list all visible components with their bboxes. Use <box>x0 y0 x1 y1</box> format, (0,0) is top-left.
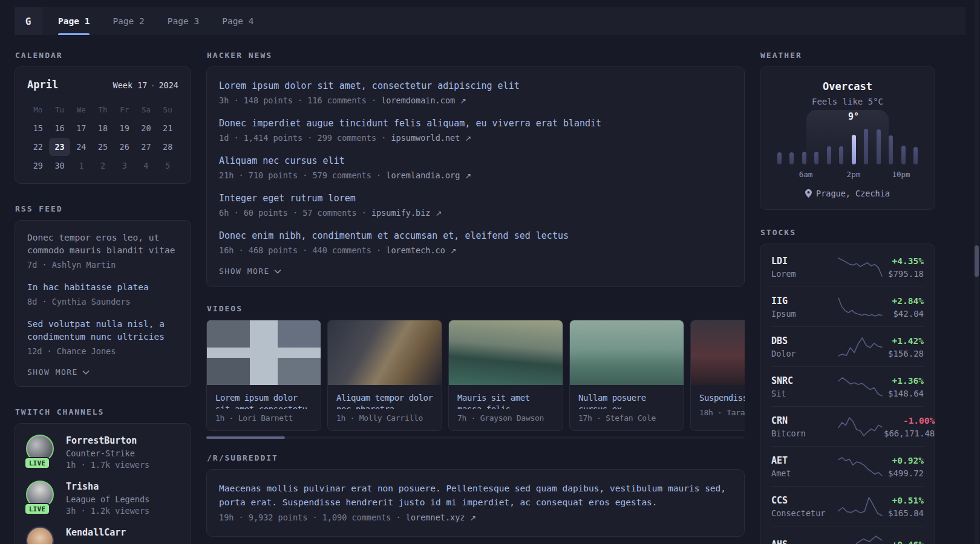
video-card[interactable]: Suspendisse diam 18h · Tara <box>690 320 745 431</box>
twitch-channel-name[interactable]: KendallCarr <box>66 526 126 539</box>
calendar-day-next-month: 2 <box>92 157 114 175</box>
stock-change: +2.84% <box>884 295 924 308</box>
stock-values: +0.46% <box>884 539 924 544</box>
external-link-icon: ↗ <box>470 513 476 522</box>
subreddit-section-title: /R/SUBREDDIT <box>207 453 745 462</box>
subreddit-post-domain[interactable]: loremnet.xyz <box>406 513 465 522</box>
stock-id: LDI Lorem <box>771 255 837 279</box>
stock-change: -1.00% <box>884 415 935 427</box>
stock-row[interactable]: CRN Bitcorn -1.00% $66,171.48 <box>771 406 924 446</box>
video-meta: 18h · Tara <box>691 404 745 425</box>
video-thumbnail[interactable] <box>328 320 442 385</box>
stock-name: Consectetur <box>771 508 837 518</box>
stock-sparkline <box>837 456 884 478</box>
rss-item-title[interactable]: Sed volutpat nulla nisl, a condimentum n… <box>27 318 178 343</box>
stock-id: IIG Ipsum <box>771 295 837 319</box>
video-title[interactable]: Lorem ipsum dolor sit amet consectetu… <box>207 385 321 409</box>
video-card[interactable]: Nullam posuere cursus ex 17h · Stefan Co… <box>569 320 684 431</box>
weather-bar <box>889 135 893 164</box>
rss-show-more-button[interactable]: SHOW MORE <box>27 368 178 377</box>
rss-section-title: RSS FEED <box>15 204 191 213</box>
stock-name: Dolor <box>771 349 837 358</box>
weather-bar <box>839 146 843 164</box>
video-card[interactable]: Lorem ipsum dolor sit amet consectetu… 1… <box>206 320 321 431</box>
chevron-down-icon <box>82 370 90 375</box>
hackernews-item: Donec imperdiet augue tincidunt felis al… <box>219 117 732 144</box>
calendar-day: 25 <box>92 138 114 156</box>
videos-scrollbar-thumb[interactable] <box>206 436 285 439</box>
stock-row[interactable]: SNRC Sit +1.36% $148.64 <box>771 366 924 406</box>
rss-item-title[interactable]: In hac habitasse platea <box>27 281 178 294</box>
weather-bar <box>802 152 806 164</box>
weather-bar <box>789 152 794 164</box>
app-logo[interactable]: G <box>15 7 42 35</box>
hackernews-show-more-button[interactable]: SHOW MORE <box>219 267 732 276</box>
twitch-channel-name[interactable]: Trisha <box>66 481 149 493</box>
video-title[interactable]: Suspendisse diam <box>691 385 745 404</box>
twitch-channel-name[interactable]: ForrestBurton <box>66 435 149 447</box>
stock-price: $499.72 <box>884 468 924 478</box>
page-scrollbar-track[interactable] <box>975 0 979 544</box>
video-title[interactable]: Mauris sit amet massa felis <box>449 385 563 409</box>
calendar-section-title: CALENDAR <box>15 51 191 60</box>
hackernews-item-domain[interactable]: loremdomain.com <box>381 96 455 105</box>
twitch-channel[interactable]: LIVE Trisha League of Legends 3h · 1.2k … <box>26 481 180 516</box>
hackernews-item-meta: 6h · 60 points · 57 comments · ipsumify.… <box>219 207 732 219</box>
hackernews-item-domain[interactable]: ipsumworld.net <box>391 133 460 143</box>
weather-condition: Overcast <box>770 80 925 92</box>
video-card[interactable]: Aliquam tempor dolor nec pharetra… 1h · … <box>327 320 442 431</box>
twitch-channel[interactable]: KendallCarr <box>26 526 180 544</box>
videos-scrollbar-track[interactable] <box>206 436 745 439</box>
stock-id: SNRC Sit <box>771 375 837 398</box>
hackernews-show-more-label: SHOW MORE <box>219 267 270 276</box>
stocks-widget: LDI Lorem +4.35% $795.18 IIG Ipsum <box>760 244 935 544</box>
calendar-day: 30 <box>49 157 71 175</box>
hackernews-item-domain[interactable]: loremtech.co <box>386 245 445 255</box>
calendar-day: 19 <box>114 119 136 137</box>
calendar-day: 27 <box>136 138 157 156</box>
stock-row[interactable]: AET Amet +0.92% $499.72 <box>771 446 924 486</box>
hackernews-item-title[interactable]: Donec imperdiet augue tincidunt felis al… <box>219 117 732 130</box>
avatar-wrap <box>26 526 56 544</box>
page-scrollbar-thumb[interactable] <box>975 245 979 277</box>
stock-row[interactable]: IIG Ipsum +2.84% $42.04 <box>771 287 924 326</box>
tab-page-4[interactable]: Page 4 <box>222 7 253 35</box>
calendar-header: April Week 17 2024 <box>27 79 178 91</box>
hackernews-item-meta: 16h · 468 points · 440 comments · loremt… <box>219 244 732 257</box>
video-thumbnail[interactable] <box>449 320 563 385</box>
stock-sparkline <box>837 416 884 438</box>
meta-text: 6h · 60 points · 57 comments · <box>219 208 371 218</box>
tab-page-1[interactable]: Page 1 <box>58 7 90 35</box>
stock-symbol: SNRC <box>771 375 837 387</box>
hackernews-item-title[interactable]: Integer eget rutrum lorem <box>219 192 732 205</box>
stock-price: $795.18 <box>884 269 924 279</box>
stock-symbol: AHS <box>771 539 837 544</box>
stock-row[interactable]: DBS Dolor +1.42% $156.28 <box>771 326 924 366</box>
video-title[interactable]: Aliquam tempor dolor nec pharetra… <box>328 385 442 409</box>
hackernews-item-domain[interactable]: ipsumify.biz <box>371 208 431 218</box>
hackernews-item-title[interactable]: Lorem ipsum dolor sit amet, consectetur … <box>219 79 732 92</box>
video-thumbnail[interactable] <box>691 320 745 385</box>
videos-carousel: Lorem ipsum dolor sit amet consectetu… 1… <box>206 320 745 431</box>
twitch-channel[interactable]: LIVE ForrestBurton Counter-Strike 1h · 1… <box>26 435 180 470</box>
tab-page-2[interactable]: Page 2 <box>113 7 144 35</box>
hackernews-item-title[interactable]: Donec enim nibh, condimentum et accumsan… <box>219 229 732 242</box>
video-title[interactable]: Nullam posuere cursus ex <box>570 385 684 409</box>
calendar-dow: Th <box>92 100 114 118</box>
hackernews-item-title[interactable]: Aliquam nec cursus elit <box>219 154 732 167</box>
video-thumbnail[interactable] <box>207 320 321 385</box>
video-card[interactable]: Mauris sit amet massa felis 7h · Grayson… <box>448 320 563 431</box>
rss-item-title[interactable]: Donec tempor eros leo, ut commodo mauris… <box>27 232 178 257</box>
stock-sparkline <box>837 336 884 358</box>
stock-row[interactable]: CCS Consectetur +0.51% $165.84 <box>771 486 924 526</box>
video-thumbnail[interactable] <box>570 320 684 385</box>
weather-hour: 10pm <box>892 170 910 179</box>
tab-page-3[interactable]: Page 3 <box>168 7 199 35</box>
calendar-day-next-month: 1 <box>70 157 92 175</box>
external-link-icon: ↗ <box>450 246 456 255</box>
subreddit-post-title[interactable]: Maecenas mollis pulvinar erat non posuer… <box>219 482 732 510</box>
stock-row[interactable]: AHS +0.46% <box>771 526 924 544</box>
hackernews-item-domain[interactable]: loremlandia.org <box>386 170 460 180</box>
stock-row[interactable]: LDI Lorem +4.35% $795.18 <box>771 247 924 287</box>
twitch-channel-meta: 3h · 1.2k viewers <box>66 506 149 516</box>
